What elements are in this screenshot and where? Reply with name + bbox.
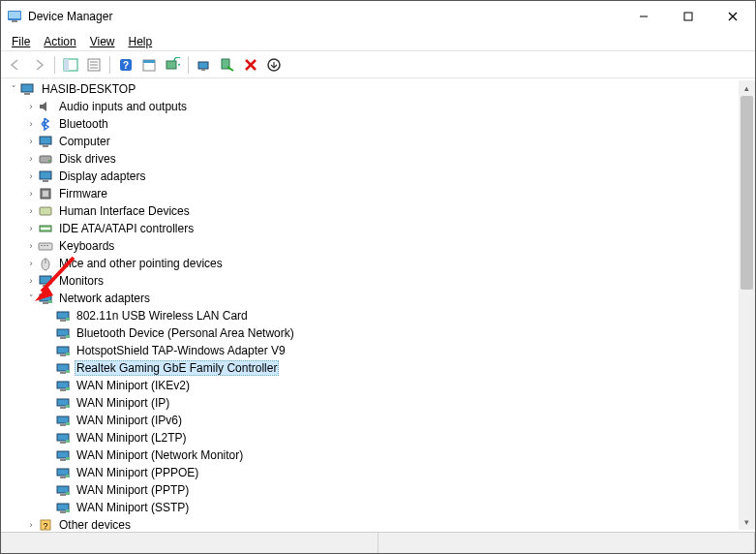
svg-rect-80: [66, 492, 70, 495]
menu-view[interactable]: View: [83, 34, 122, 49]
menu-action[interactable]: Action: [37, 34, 82, 49]
titlebar: Device Manager: [1, 1, 755, 32]
svg-rect-36: [41, 228, 50, 230]
minimize-button[interactable]: [621, 1, 666, 32]
forward-button[interactable]: [28, 54, 49, 76]
svg-rect-78: [57, 486, 69, 493]
help-button[interactable]: ?: [115, 54, 136, 76]
tree-item-label: Other devices: [57, 518, 133, 532]
device-manager-window: Device Manager File Action View Help ?: [0, 0, 756, 554]
tree-item[interactable]: ›Human Interface Devices: [22, 202, 755, 220]
chevron-right-icon[interactable]: ›: [24, 239, 38, 253]
svg-rect-66: [57, 416, 69, 423]
tree-item[interactable]: Bluetooth Device (Personal Area Network): [40, 324, 755, 342]
network-icon: [55, 308, 71, 323]
menu-file[interactable]: File: [5, 34, 37, 49]
back-button[interactable]: [5, 54, 26, 76]
tree-item[interactable]: WAN Miniport (PPTP): [40, 481, 755, 499]
close-button[interactable]: [711, 1, 755, 32]
properties-button[interactable]: [83, 54, 105, 76]
tree-item[interactable]: ›Audio inputs and outputs: [22, 98, 755, 115]
svg-rect-45: [40, 294, 51, 301]
tree-root[interactable]: ˅ HASIB-DESKTOP: [5, 80, 755, 98]
scroll-down-icon[interactable]: ▾: [739, 514, 755, 530]
tree-item-label: Display adapters: [57, 169, 147, 183]
tree-item[interactable]: WAN Miniport (SSTP): [40, 499, 755, 516]
tree-item-label: Network adapters: [57, 292, 152, 305]
network-icon: [55, 325, 71, 341]
tree-item[interactable]: WAN Miniport (Network Monitor): [40, 446, 755, 464]
mouse-icon: [38, 256, 53, 271]
svg-rect-8: [64, 59, 69, 71]
chevron-right-icon[interactable]: ›: [24, 257, 38, 270]
more-actions-button[interactable]: [263, 54, 285, 76]
chevron-right-icon[interactable]: ›: [24, 518, 38, 532]
chevron-down-icon[interactable]: ˅: [24, 292, 38, 305]
maximize-button[interactable]: [666, 1, 711, 32]
svg-rect-72: [57, 451, 69, 458]
tree-item[interactable]: WAN Miniport (IPv6): [40, 412, 755, 429]
tree-item[interactable]: WAN Miniport (IKEv2): [40, 377, 755, 394]
disk-icon: [38, 151, 53, 167]
tree-item[interactable]: ›Display adapters: [22, 168, 755, 185]
tree-item[interactable]: HotspotShield TAP-Windows Adapter V9: [40, 342, 755, 359]
svg-rect-77: [66, 475, 70, 477]
chevron-right-icon[interactable]: ›: [24, 169, 38, 183]
tree-item[interactable]: WAN Miniport (L2TP): [40, 429, 755, 446]
tree-item[interactable]: ›Monitors: [22, 272, 755, 290]
chevron-down-icon[interactable]: ˅: [7, 82, 20, 96]
svg-rect-25: [24, 93, 30, 95]
toolbar-separator: [188, 56, 189, 74]
chevron-right-icon[interactable]: ›: [24, 187, 38, 200]
tree-item-label: Computer: [57, 135, 112, 148]
chevron-right-icon[interactable]: ›: [24, 204, 38, 218]
svg-rect-70: [60, 442, 66, 444]
network-icon: [55, 447, 71, 463]
tree-item[interactable]: ›IDE ATA/ATAPI controllers: [22, 220, 755, 237]
chevron-right-icon[interactable]: ›: [24, 222, 38, 235]
device-tree[interactable]: ˅ HASIB-DESKTOP ›Audio inputs and output…: [1, 78, 755, 532]
tree-root-label: HASIB-DESKTOP: [40, 82, 137, 96]
tree-item[interactable]: Realtek Gaming GbE Family Controller: [40, 359, 755, 377]
svg-rect-39: [44, 245, 45, 246]
scroll-up-icon[interactable]: ▴: [739, 80, 755, 96]
monitor-icon: [38, 134, 53, 149]
vertical-scrollbar[interactable]: ▴ ▾: [739, 80, 755, 530]
svg-rect-74: [66, 457, 70, 460]
svg-rect-40: [46, 245, 48, 246]
chevron-right-icon[interactable]: ›: [24, 152, 38, 166]
svg-rect-56: [66, 353, 70, 355]
svg-rect-59: [66, 370, 70, 373]
tree-item[interactable]: ˅Network adapters: [22, 290, 755, 307]
tree-item[interactable]: ›?Other devices: [22, 516, 755, 532]
tree-item[interactable]: 802.11n USB Wireless LAN Card: [40, 307, 755, 324]
tree-item[interactable]: WAN Miniport (IP): [40, 394, 755, 412]
scan-hardware-button[interactable]: [162, 54, 183, 76]
chevron-right-icon[interactable]: ›: [24, 117, 38, 131]
tree-item[interactable]: ›Firmware: [22, 185, 755, 202]
svg-rect-47: [48, 300, 52, 303]
tree-item[interactable]: ›Disk drives: [22, 150, 755, 168]
menu-help[interactable]: Help: [122, 34, 160, 49]
tree-item[interactable]: ›Keyboards: [22, 237, 755, 255]
svg-rect-4: [684, 13, 692, 20]
tree-item[interactable]: ›Computer: [22, 133, 755, 150]
tree-item[interactable]: ›Bluetooth: [22, 115, 755, 133]
action-properties-button[interactable]: [138, 54, 160, 76]
network-icon: [55, 360, 71, 376]
chevron-right-icon[interactable]: ›: [24, 274, 38, 288]
scrollbar-thumb[interactable]: [741, 96, 753, 290]
uninstall-device-button[interactable]: [240, 54, 261, 76]
show-hide-tree-button[interactable]: [60, 54, 81, 76]
expander-placeholder: [42, 414, 55, 427]
chevron-right-icon[interactable]: ›: [24, 100, 38, 113]
network-icon: [38, 291, 53, 306]
update-driver-button[interactable]: [194, 54, 215, 76]
tree-item-label: WAN Miniport (IKEv2): [75, 379, 192, 392]
disable-device-button[interactable]: [217, 54, 238, 76]
chevron-right-icon[interactable]: ›: [24, 135, 38, 148]
network-icon: [55, 378, 71, 393]
tree-item[interactable]: ›Mice and other pointing devices: [22, 255, 755, 272]
svg-rect-67: [60, 424, 66, 426]
tree-item[interactable]: WAN Miniport (PPPOE): [40, 464, 755, 481]
